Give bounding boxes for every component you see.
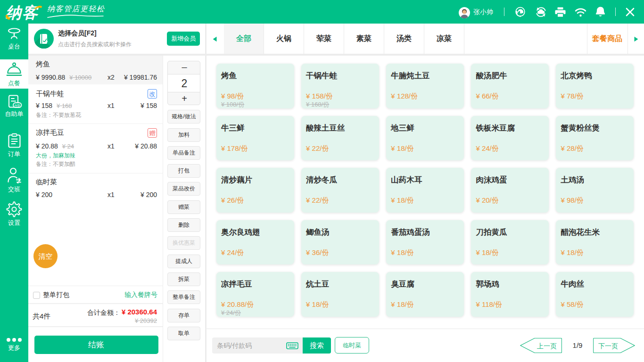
svg-text:上一页: 上一页 (537, 342, 557, 350)
svg-text:自助: 自助 (14, 104, 20, 107)
svg-text:下一页: 下一页 (598, 342, 618, 350)
